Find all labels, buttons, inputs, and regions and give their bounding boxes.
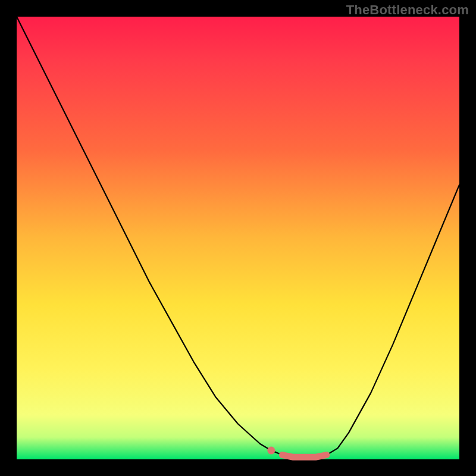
accent-marker [267,447,275,455]
accent-band [282,455,326,458]
watermark-text: TheBottleneck.com [346,2,469,18]
chart-frame: TheBottleneck.com [0,0,476,476]
plot-svg [17,17,459,459]
bottleneck-curve [17,17,459,457]
